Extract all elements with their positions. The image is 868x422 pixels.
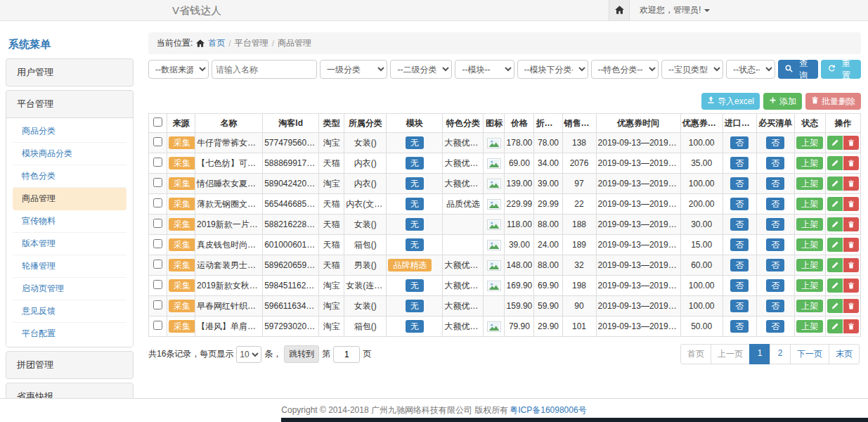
- sidebar-group-groupbuy-manage[interactable]: 拼团管理: [6, 352, 133, 378]
- status-toggle[interactable]: 上架: [796, 300, 823, 312]
- status-toggle[interactable]: 上架: [796, 177, 823, 190]
- import-select-toggle[interactable]: 否: [730, 177, 749, 190]
- source-select[interactable]: --数据来源--: [148, 60, 209, 79]
- module-select[interactable]: --模块--: [455, 60, 514, 79]
- import-select-toggle[interactable]: 否: [730, 238, 749, 251]
- reset-button[interactable]: 重置: [821, 60, 861, 79]
- delete-button[interactable]: [843, 319, 859, 333]
- status-toggle[interactable]: 上架: [796, 136, 823, 149]
- sidebar-item-splash-manage[interactable]: 启动页管理: [13, 278, 127, 300]
- edit-button[interactable]: [827, 197, 843, 211]
- level2-category-select[interactable]: --二级分类--: [390, 60, 452, 79]
- status-toggle[interactable]: 上架: [796, 238, 823, 251]
- sidebar-item-platform-config[interactable]: 平台配置: [13, 323, 127, 345]
- delete-button[interactable]: [843, 217, 859, 231]
- edit-button[interactable]: [827, 319, 843, 333]
- page-number-input[interactable]: [333, 346, 360, 363]
- user-menu[interactable]: 欢迎您，管理员!: [630, 0, 720, 20]
- delete-button[interactable]: [843, 258, 859, 272]
- jump-button[interactable]: 跳转到: [284, 345, 319, 363]
- row-checkbox[interactable]: [153, 198, 162, 207]
- table-row: 采集 牛仔背带裤女秋装减龄... 577479560965 淘宝 女装() 无 …: [149, 133, 861, 153]
- per-page-select[interactable]: 10: [236, 346, 261, 363]
- status-toggle[interactable]: 上架: [796, 198, 823, 210]
- sidebar-item-carousel-manage[interactable]: 轮播管理: [13, 255, 127, 278]
- row-checkbox[interactable]: [153, 239, 162, 248]
- edit-button[interactable]: [827, 156, 843, 170]
- edit-button[interactable]: [827, 258, 843, 272]
- must-buy-toggle[interactable]: 否: [766, 136, 784, 149]
- feature-category-select[interactable]: --特色分类--: [591, 60, 659, 79]
- import-select-toggle[interactable]: 否: [730, 320, 749, 333]
- import-select-toggle[interactable]: 否: [730, 259, 749, 271]
- must-buy-toggle[interactable]: 否: [766, 259, 784, 271]
- page-button-1[interactable]: 1: [749, 344, 770, 364]
- sidebar-group-user-manage[interactable]: 用户管理: [6, 59, 133, 86]
- status-toggle[interactable]: 上架: [796, 259, 823, 271]
- must-buy-toggle[interactable]: 否: [766, 157, 784, 170]
- level1-category-select[interactable]: 一级分类: [320, 60, 387, 79]
- name-input[interactable]: [212, 60, 317, 79]
- delete-button[interactable]: [843, 197, 859, 211]
- page-button-2[interactable]: 2: [770, 344, 791, 364]
- import-excel-button[interactable]: 导入excel: [701, 93, 760, 110]
- select-all-checkbox[interactable]: [153, 117, 162, 127]
- must-buy-toggle[interactable]: 否: [766, 300, 784, 312]
- row-checkbox[interactable]: [153, 280, 162, 289]
- must-buy-toggle[interactable]: 否: [766, 320, 784, 333]
- batch-delete-button[interactable]: 批量删除: [805, 93, 861, 110]
- icp-link[interactable]: 粤ICP备16098006号: [510, 404, 586, 416]
- delete-button[interactable]: [843, 299, 859, 313]
- edit-button[interactable]: [827, 238, 843, 252]
- must-buy-toggle[interactable]: 否: [766, 279, 784, 292]
- add-button[interactable]: 添加: [763, 93, 802, 110]
- module-sub-category-select[interactable]: --模块下分类--: [517, 60, 588, 79]
- sidebar-item-feedback[interactable]: 意见反馈: [13, 300, 127, 323]
- must-buy-toggle[interactable]: 否: [766, 238, 784, 251]
- edit-button[interactable]: [827, 217, 843, 231]
- search-button[interactable]: 查询: [778, 60, 818, 79]
- sidebar-item-goods-manage[interactable]: 商品管理: [13, 188, 127, 210]
- item-type-select[interactable]: --宝贝类型--: [661, 60, 723, 79]
- status-toggle[interactable]: 上架: [796, 157, 823, 170]
- sidebar-item-promo-material[interactable]: 宣传物料: [13, 210, 127, 233]
- home-button[interactable]: [609, 0, 630, 20]
- edit-button[interactable]: [827, 299, 843, 313]
- row-checkbox[interactable]: [153, 178, 162, 187]
- must-buy-toggle[interactable]: 否: [766, 177, 784, 190]
- import-select-toggle[interactable]: 否: [730, 198, 749, 210]
- edit-button[interactable]: [827, 177, 843, 191]
- edit-button[interactable]: [827, 279, 843, 293]
- row-checkbox[interactable]: [153, 300, 162, 309]
- sidebar-item-feature-category[interactable]: 特色分类: [13, 165, 127, 188]
- import-select-toggle[interactable]: 否: [730, 279, 749, 292]
- delete-button[interactable]: [843, 279, 859, 293]
- breadcrumb-home-link[interactable]: 首页: [208, 37, 225, 49]
- import-select-toggle[interactable]: 否: [730, 136, 749, 149]
- delete-button[interactable]: [843, 136, 859, 150]
- import-select-toggle[interactable]: 否: [730, 218, 749, 231]
- sidebar-group-platform-manage[interactable]: 平台管理: [6, 91, 133, 117]
- import-select-toggle[interactable]: 否: [730, 157, 749, 170]
- status-toggle[interactable]: 上架: [796, 279, 823, 292]
- status-select[interactable]: --状态--: [726, 60, 775, 79]
- import-select-toggle[interactable]: 否: [730, 300, 749, 312]
- must-buy-toggle[interactable]: 否: [766, 198, 784, 210]
- row-checkbox[interactable]: [153, 219, 162, 228]
- row-checkbox[interactable]: [153, 260, 162, 269]
- status-toggle[interactable]: 上架: [796, 218, 823, 231]
- edit-button[interactable]: [827, 136, 843, 150]
- page-button-next[interactable]: 下一页: [790, 344, 829, 364]
- status-toggle[interactable]: 上架: [796, 320, 823, 333]
- delete-button[interactable]: [843, 177, 859, 191]
- row-checkbox[interactable]: [153, 137, 162, 146]
- delete-button[interactable]: [843, 156, 859, 170]
- sidebar-item-goods-category[interactable]: 商品分类: [13, 120, 127, 143]
- page-button-last[interactable]: 末页: [829, 344, 860, 364]
- row-checkbox[interactable]: [153, 321, 162, 330]
- must-buy-toggle[interactable]: 否: [766, 218, 784, 231]
- row-checkbox[interactable]: [153, 158, 162, 167]
- sidebar-item-version-manage[interactable]: 版本管理: [13, 233, 127, 255]
- delete-button[interactable]: [843, 238, 859, 252]
- sidebar-item-module-goods-category[interactable]: 模块商品分类: [13, 143, 127, 165]
